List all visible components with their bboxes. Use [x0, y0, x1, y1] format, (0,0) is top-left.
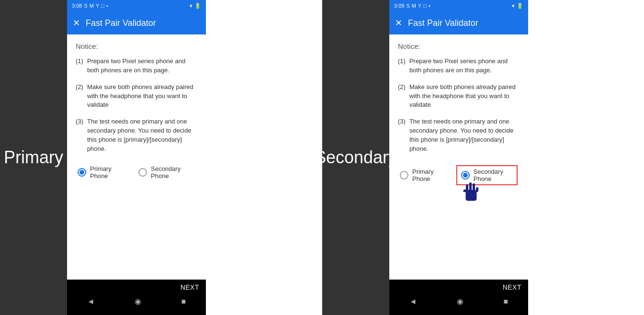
- primary-recent-button[interactable]: ■: [181, 297, 186, 306]
- primary-notice-list: (1) Prepare two Pixel series phone and b…: [76, 57, 197, 154]
- secondary-radio-primary-circle: [400, 171, 408, 180]
- secondary-status-bar: 3:09 S M Y □ • ▾ 🔋: [389, 0, 528, 11]
- secondary-app-bar: ✕ Fast Pair Validator: [389, 11, 528, 34]
- secondary-radio-primary-label: Primary Phone: [412, 168, 445, 182]
- primary-notice-item-2: (2) Make sure both phones already paired…: [76, 83, 197, 110]
- primary-back-button[interactable]: ◄: [87, 297, 95, 306]
- primary-radio-group: Primary Phone Secondary Phone: [76, 165, 197, 180]
- svg-rect-5: [463, 189, 467, 192]
- primary-radio-primary[interactable]: Primary Phone: [78, 165, 127, 180]
- primary-radio-primary-label: Primary Phone: [90, 165, 127, 180]
- primary-close-button[interactable]: ✕: [73, 19, 80, 27]
- primary-home-button[interactable]: ◉: [135, 297, 141, 306]
- primary-notice-item-3: (3) The test needs one primary and one s…: [76, 117, 197, 153]
- secondary-radio-secondary-circle: [461, 171, 470, 180]
- primary-next-button[interactable]: NEXT: [67, 280, 206, 293]
- svg-rect-3: [473, 183, 475, 191]
- secondary-notice-item-1: (1) Prepare two Pixel series phone and b…: [398, 57, 520, 75]
- primary-content: Notice: (1) Prepare two Pixel series pho…: [67, 34, 206, 280]
- secondary-next-button[interactable]: NEXT: [389, 280, 528, 293]
- svg-rect-4: [476, 187, 478, 192]
- svg-rect-0: [466, 190, 476, 201]
- primary-radio-secondary-circle: [138, 168, 147, 177]
- secondary-notice-item-2: (2) Make sure both phones already paired…: [398, 83, 520, 110]
- primary-panel: Primary 3:08 S M Y □ • ▾ 🔋 ✕ Fast Pair V…: [0, 0, 322, 315]
- primary-app-title: Fast Pair Validator: [86, 18, 156, 28]
- secondary-label: Secondary: [322, 0, 389, 315]
- hand-cursor-icon: [461, 180, 481, 206]
- primary-status-bar: 3:08 S M Y □ • ▾ 🔋: [67, 0, 206, 11]
- secondary-notice-list: (1) Prepare two Pixel series phone and b…: [398, 57, 520, 154]
- secondary-recent-button[interactable]: ■: [504, 297, 508, 306]
- secondary-status-icons: ▾ 🔋: [512, 3, 523, 9]
- secondary-home-button[interactable]: ◉: [457, 297, 463, 306]
- secondary-close-button[interactable]: ✕: [395, 19, 402, 27]
- primary-phone: 3:08 S M Y □ • ▾ 🔋 ✕ Fast Pair Validator…: [67, 0, 206, 315]
- secondary-content: Notice: (1) Prepare two Pixel series pho…: [389, 34, 528, 280]
- primary-radio-secondary[interactable]: Secondary Phone: [138, 165, 195, 180]
- secondary-radio-group: Primary Phone Secondary Phone: [398, 165, 520, 185]
- secondary-panel: Secondary 3:09 S M Y □ • ▾ 🔋 ✕ Fast Pair…: [322, 0, 644, 315]
- secondary-time: 3:09 S M Y □ •: [394, 3, 430, 9]
- secondary-phone: 3:09 S M Y □ • ▾ 🔋 ✕ Fast Pair Validator…: [389, 0, 528, 315]
- primary-app-bar: ✕ Fast Pair Validator: [67, 11, 206, 34]
- secondary-nav-bar: ◄ ◉ ■: [389, 293, 528, 310]
- secondary-radio-primary[interactable]: Primary Phone: [400, 168, 445, 182]
- svg-rect-2: [469, 182, 472, 191]
- primary-notice-title: Notice:: [76, 42, 197, 50]
- primary-status-icons: ▾ 🔋: [190, 3, 201, 9]
- primary-radio-secondary-label: Secondary Phone: [151, 165, 195, 180]
- primary-radio-primary-circle: [78, 168, 86, 177]
- primary-label: Primary: [0, 0, 67, 315]
- secondary-app-title: Fast Pair Validator: [408, 18, 478, 28]
- secondary-back-button[interactable]: ◄: [409, 297, 417, 306]
- primary-notice-item-1: (1) Prepare two Pixel series phone and b…: [76, 57, 197, 75]
- secondary-notice-title: Notice:: [398, 42, 520, 50]
- secondary-radio-secondary[interactable]: Secondary Phone: [456, 165, 518, 185]
- primary-nav-bar: ◄ ◉ ■: [67, 293, 206, 310]
- secondary-radio-secondary-label: Secondary Phone: [474, 168, 513, 182]
- primary-time: 3:08 S M Y □ •: [72, 3, 108, 9]
- svg-rect-1: [466, 184, 468, 192]
- secondary-bottom-bar: NEXT ◄ ◉ ■: [389, 280, 528, 315]
- secondary-notice-item-3: (3) The test needs one primary and one s…: [398, 117, 520, 153]
- primary-bottom-bar: NEXT ◄ ◉ ■: [67, 280, 206, 315]
